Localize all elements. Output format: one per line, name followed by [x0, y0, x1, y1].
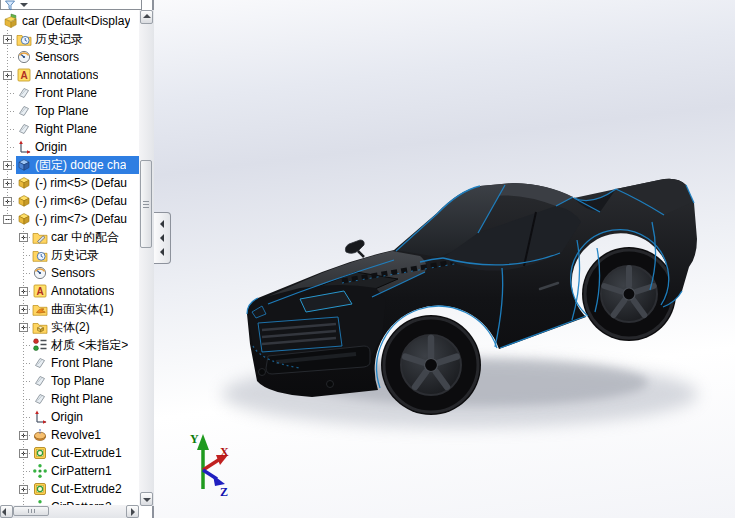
arrow-down-icon [143, 498, 151, 502]
tree-item-10[interactable]: (-) rim<6> (Defau [0, 192, 139, 210]
tree-item-16[interactable]: 曲面实体(1) [0, 300, 139, 318]
tree-item-3[interactable]: AAnnotations [0, 66, 139, 84]
tree-item-0[interactable]: car (Default<Display [0, 12, 139, 30]
tree-item-label: car 中的配合 [48, 228, 119, 246]
tree-item-21[interactable]: Right Plane [0, 390, 139, 408]
cut-extrude-icon [32, 445, 48, 461]
tree-item-20[interactable]: Top Plane [0, 372, 139, 390]
tree-guide-stub [23, 273, 32, 274]
vertical-scroll-thumb[interactable] [140, 160, 152, 248]
panel-splitter-tab[interactable] [154, 212, 171, 264]
tree-item-18[interactable]: 材质 <未指定> [0, 336, 139, 354]
tree-item-label: Sensors [32, 48, 79, 66]
tree-guide-stub [7, 57, 16, 58]
rear-wheel[interactable] [582, 247, 676, 341]
tree-item-25[interactable]: CirPattern1 [0, 462, 139, 480]
tree-item-label: Top Plane [32, 102, 88, 120]
tree-item-label: Right Plane [32, 120, 97, 138]
tree-item-label: Origin [32, 138, 67, 156]
chevron-down-icon[interactable] [20, 3, 28, 11]
material-icon [32, 337, 48, 353]
tree-guide-stub [23, 363, 32, 364]
tree-guide-stub [23, 309, 32, 310]
tree-item-12[interactable]: car 中的配合 [0, 228, 139, 246]
tree-guide-stub [23, 471, 32, 472]
sensors-icon [16, 49, 32, 65]
tree-guide-stub [7, 111, 16, 112]
filter-box[interactable] [0, 0, 142, 10]
scroll-left-button[interactable] [0, 505, 13, 518]
tree-item-1[interactable]: 历史记录 [0, 30, 139, 48]
orientation-triad: Y X Z [190, 432, 229, 499]
tree-guide-stub [7, 147, 16, 148]
tree-guide-stub [23, 417, 32, 418]
tree-item-19[interactable]: Front Plane [0, 354, 139, 372]
arrow-left-icon [2, 508, 6, 516]
side-mirror [345, 240, 364, 253]
tree-item-4[interactable]: Front Plane [0, 84, 139, 102]
horizontal-scroll-thumb[interactable] [13, 506, 49, 516]
tree-item-label: Cut-Extrude1 [48, 444, 122, 462]
tree-item-8[interactable]: (固定) dodge cha [0, 156, 139, 174]
tree-item-label: 曲面实体(1) [48, 300, 114, 318]
tree-item-5[interactable]: Top Plane [0, 102, 139, 120]
tree-item-22[interactable]: Origin [0, 408, 139, 426]
tree-item-9[interactable]: (-) rim<5> (Defau [0, 174, 139, 192]
tree-item-15[interactable]: AAnnotations [0, 282, 139, 300]
tree-guide-stub [23, 237, 32, 238]
surface-bodies-icon [32, 301, 48, 317]
plane-icon [16, 121, 32, 137]
tree-guide-stub [23, 345, 32, 346]
cirpattern-icon [32, 463, 48, 479]
collapse-left-icon [160, 248, 164, 256]
tree-item-label: 材质 <未指定> [48, 336, 128, 354]
mates-folder-icon [32, 229, 48, 245]
scroll-right-button[interactable] [126, 505, 139, 518]
tree-item-24[interactable]: Cut-Extrude1 [0, 444, 139, 462]
tree-item-label: 历史记录 [48, 246, 99, 264]
tree-guide-stub [23, 327, 32, 328]
scroll-down-button[interactable] [140, 492, 153, 506]
tree-guide-stub [7, 183, 16, 184]
tree-item-2[interactable]: Sensors [0, 48, 139, 66]
tree-item-23[interactable]: Revolve1 [0, 426, 139, 444]
tree-item-7[interactable]: Origin [0, 138, 139, 156]
history-icon [32, 247, 48, 263]
solid-bodies-icon [32, 319, 48, 335]
tree-item-label: (-) rim<5> (Defau [32, 174, 127, 192]
tree-item-label: Revolve1 [48, 426, 101, 444]
tree-item-26[interactable]: Cut-Extrude2 [0, 480, 139, 498]
tree-item-6[interactable]: Right Plane [0, 120, 139, 138]
tree-guide-stub [7, 39, 16, 40]
tree-horizontal-scrollbar[interactable] [0, 505, 139, 518]
sensors-icon [32, 265, 48, 281]
tree-item-label: Top Plane [48, 372, 104, 390]
plane-icon [32, 355, 48, 371]
tree-item-label: Sensors [48, 264, 95, 282]
tree-vertical-scrollbar[interactable] [139, 10, 154, 506]
tree-item-label: Cut-Extrude2 [48, 480, 122, 498]
tree-item-label: 历史记录 [32, 30, 83, 48]
tree-item-label: Annotations [48, 282, 114, 300]
tree-item-label: (-) rim<6> (Defau [32, 192, 127, 210]
tree-item-17[interactable]: 实体(2) [0, 318, 139, 336]
scroll-up-button[interactable] [140, 10, 153, 24]
tree-guide-stub [7, 129, 16, 130]
tree-item-label: (固定) dodge cha [32, 156, 126, 174]
tree-item-11[interactable]: (-) rim<7> (Defau [0, 210, 139, 228]
y-axis-label: Y [190, 432, 199, 446]
x-axis-label: X [220, 445, 229, 459]
arrow-up-icon [143, 14, 151, 18]
tree-item-label: (-) rim<7> (Defau [32, 210, 127, 228]
part-icon-selected [16, 157, 32, 173]
front-wheel[interactable] [381, 315, 481, 415]
tree-guide-stub [23, 453, 32, 454]
tree-item-label: Annotations [32, 66, 98, 84]
tree-guide-stub [7, 75, 16, 76]
feature-manager-panel: car (Default<Display历史记录SensorsAAnnotati… [0, 0, 154, 518]
tree-item-13[interactable]: 历史记录 [0, 246, 139, 264]
origin-icon [32, 409, 48, 425]
feature-tree: car (Default<Display历史记录SensorsAAnnotati… [0, 12, 139, 516]
tree-item-14[interactable]: Sensors [0, 264, 139, 282]
tree-guide-stub [7, 201, 16, 202]
